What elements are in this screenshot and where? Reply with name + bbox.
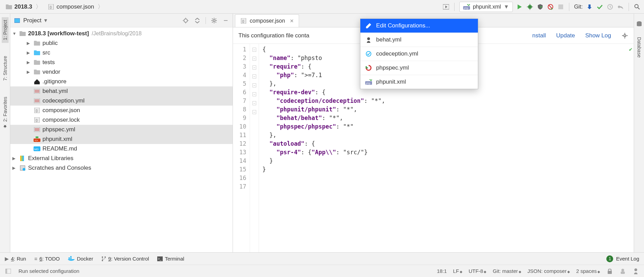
vcs-tool-button[interactable]: 9: Version Control (101, 256, 149, 262)
libraries-icon (19, 155, 26, 162)
profile-icon[interactable] (547, 3, 554, 10)
event-log-button[interactable]: 1Event Log (606, 255, 639, 262)
gear-icon[interactable] (211, 17, 218, 24)
svg-line-31 (212, 19, 213, 19)
php-run-icon: php (463, 3, 470, 10)
svg-line-14 (548, 5, 553, 9)
git-branch[interactable]: Git: master◆ (493, 268, 521, 274)
gutter-tab-structure[interactable]: 7: Structure (2, 53, 9, 83)
run-tool-button[interactable]: ▶4: Run (5, 256, 26, 262)
dropdown-item[interactable]: codeception.yml (360, 47, 478, 61)
gear-icon[interactable] (621, 32, 628, 39)
show-log-link[interactable]: Show Log (585, 32, 611, 39)
stop-icon[interactable] (557, 3, 564, 10)
docker-icon (68, 256, 75, 262)
status-bar: Run selected configuration 18:1 LF◆ UTF-… (0, 265, 644, 277)
bottom-tool-bar: ▶4: Run ≡6: TODO Docker 9: Version Contr… (0, 252, 644, 265)
tree-item[interactable]: {}composer.json (10, 106, 233, 115)
tree-item[interactable]: phpspec.yml (10, 125, 233, 134)
external-libraries[interactable]: ▶ External Libraries (10, 154, 233, 163)
revert-icon[interactable] (617, 3, 624, 10)
database-icon[interactable] (636, 21, 643, 27)
file-icon (34, 69, 40, 75)
coverage-icon[interactable] (537, 3, 544, 10)
svg-rect-64 (36, 136, 38, 138)
project-icon (14, 17, 21, 24)
project-tree[interactable]: ▼ 2018.3 [workflow-test]/JetBrains/blog/… (10, 27, 233, 252)
tree-item[interactable]: ▶vendor (10, 67, 233, 77)
dropdown-item[interactable]: Edit Configurations... (360, 19, 478, 33)
gutter-tab-favorites[interactable]: ★2: Favorites (2, 94, 9, 132)
tree-item[interactable]: <>phpunit.xml (10, 134, 233, 144)
tree-item[interactable]: codeception.yml (10, 96, 233, 106)
file-icon: {} (34, 117, 40, 123)
dropdown-item[interactable]: phpspec.yml (360, 61, 478, 75)
lock-icon[interactable] (606, 268, 613, 275)
svg-rect-45 (34, 79, 40, 84)
docker-tool-button[interactable]: Docker (68, 256, 93, 262)
breadcrumb-item[interactable]: 2018.3〉 (3, 2, 44, 11)
update-link[interactable]: Update (556, 32, 575, 39)
edit-icon (365, 22, 372, 29)
svg-text:<>: <> (35, 139, 38, 142)
file-icon: <> (34, 136, 40, 143)
install-link[interactable]: nstall (532, 32, 546, 39)
tree-item[interactable]: ▶public (10, 38, 233, 48)
svg-point-97 (634, 268, 637, 271)
svg-point-21 (184, 19, 187, 22)
tree-item[interactable]: ▶tests (10, 58, 233, 67)
tree-root[interactable]: ▼ 2018.3 [workflow-test]/JetBrains/blog/… (10, 29, 233, 38)
history-icon[interactable] (607, 3, 614, 10)
svg-rect-84 (69, 257, 70, 259)
commit-icon[interactable] (596, 3, 603, 10)
collapse-icon[interactable] (194, 17, 201, 24)
memory-icon[interactable] (632, 268, 639, 275)
folder-icon (5, 3, 12, 10)
svg-line-34 (215, 19, 216, 19)
file-encoding[interactable]: UTF-8◆ (469, 268, 487, 274)
tree-item[interactable]: .gitignore (10, 77, 233, 86)
run-config-selector[interactable]: php phpunit.xml ▼ (459, 2, 513, 12)
search-icon[interactable] (634, 3, 641, 10)
json-icon: {} (48, 3, 54, 10)
gutter-tab-database[interactable]: Database (636, 34, 643, 60)
debug-icon[interactable] (527, 3, 533, 10)
close-icon[interactable]: ✕ (290, 18, 294, 24)
language-mode[interactable]: JSON: composer◆ (528, 268, 570, 274)
indent-config[interactable]: 2 spaces◆ (576, 268, 600, 274)
svg-point-81 (366, 51, 371, 56)
dropdown-item[interactable]: behat.yml (360, 33, 478, 47)
fold-gutter[interactable]: −−−−−−−− (250, 44, 259, 252)
breadcrumb-item[interactable]: {} composer.json〉 (46, 2, 106, 11)
folder-icon (19, 30, 26, 37)
json-icon: {} (240, 17, 247, 24)
tree-item[interactable]: MDREADME.md (10, 144, 233, 154)
run-target-icon[interactable] (443, 3, 449, 10)
run-icon[interactable] (516, 3, 523, 10)
scratches[interactable]: ▶ Scratches and Consoles (10, 163, 233, 173)
svg-rect-1 (6, 4, 9, 6)
dropdown-item[interactable]: phpphpunit.xml (360, 75, 478, 89)
gutter-tab-project[interactable]: 1: Project (2, 17, 9, 43)
hector-icon[interactable] (619, 268, 626, 275)
svg-point-89 (102, 260, 103, 261)
file-icon: {} (34, 107, 40, 114)
status-hint: Run selected configuration (18, 268, 79, 274)
terminal-tool-button[interactable]: >_Terminal (157, 256, 184, 262)
tool-windows-icon[interactable] (5, 268, 12, 275)
caret-position[interactable]: 18:1 (437, 268, 447, 274)
tree-item[interactable]: {}composer.lock (10, 115, 233, 125)
svg-rect-86 (70, 256, 72, 257)
line-separator[interactable]: LF◆ (453, 268, 462, 274)
project-view-selector[interactable]: Project ▾ (14, 17, 47, 24)
hide-icon[interactable]: − (222, 17, 229, 24)
project-panel: Project ▾ − ▼ 2018.3 [workflow-test]/Jet… (10, 14, 233, 252)
tree-item[interactable]: ▶src (10, 48, 233, 58)
tree-item[interactable]: behat.yml (10, 86, 233, 96)
editor-tab[interactable]: {} composer.json ✕ (235, 14, 299, 27)
update-project-icon[interactable] (586, 3, 593, 10)
locate-icon[interactable] (182, 17, 189, 24)
todo-tool-button[interactable]: ≡6: TODO (34, 256, 60, 262)
inspection-ok-icon[interactable]: ✔ (629, 46, 632, 52)
svg-rect-44 (34, 70, 37, 71)
